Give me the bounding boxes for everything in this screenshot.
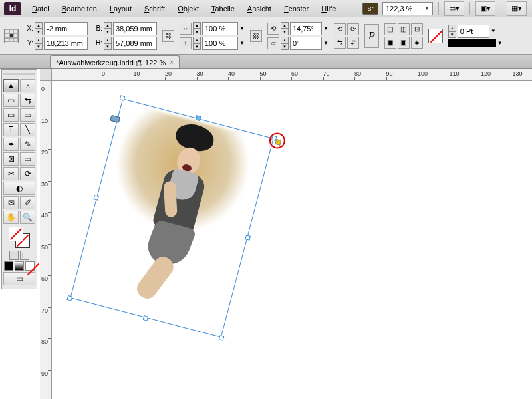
bridge-icon[interactable]: Br: [362, 3, 378, 15]
menu-object[interactable]: Objekt: [172, 2, 204, 15]
stroke-weight-field[interactable]: 0 Pt: [458, 25, 489, 38]
rotation-icon: ⟲: [267, 23, 279, 35]
rectangle-tool[interactable]: ▭: [20, 152, 35, 166]
document-tab-title: *Auswahlwerkzeug.indd @ 122 %: [56, 59, 166, 66]
rect-frame-tool[interactable]: ⊠: [3, 152, 19, 166]
w-stepper[interactable]: ▲▼: [104, 22, 112, 35]
gap-tool[interactable]: ⇆: [20, 94, 35, 107]
apply-color-icon[interactable]: [4, 261, 13, 271]
selection-tool[interactable]: ▲: [3, 79, 19, 92]
menu-window[interactable]: Fenster: [279, 2, 314, 15]
view-mode-tool[interactable]: ▭: [3, 272, 35, 285]
direct-selection-tool[interactable]: ▵: [20, 79, 35, 92]
rotation-stepper[interactable]: ▲▼: [281, 22, 289, 35]
y-field[interactable]: 18,213 mm: [44, 37, 88, 50]
hand-tool[interactable]: ✋: [3, 211, 19, 224]
flip-v-icon[interactable]: ⇵: [347, 37, 359, 49]
formatting-container-icon[interactable]: [9, 251, 19, 260]
h-stepper[interactable]: ▲▼: [104, 37, 112, 50]
page-tool[interactable]: ▭: [3, 94, 19, 107]
zoom-level-combo[interactable]: 122,3 % ▼: [382, 2, 433, 15]
shear-field[interactable]: 0°: [290, 37, 322, 50]
pen-tool[interactable]: ✒: [3, 138, 19, 151]
y-label: Y:: [24, 39, 33, 47]
scale-x-stepper[interactable]: ▲▼: [193, 22, 201, 35]
document-tab-strip: *Auswahlwerkzeug.indd @ 122 % ×: [0, 55, 532, 69]
menu-file[interactable]: Datei: [27, 2, 55, 15]
x-field[interactable]: -2 mm: [44, 22, 88, 35]
scale-y-icon: ↕: [180, 37, 192, 49]
menu-table[interactable]: Tabelle: [206, 2, 240, 15]
constrain-scale-icon[interactable]: ⛓: [250, 30, 262, 42]
content-placer-tool[interactable]: ▭: [20, 108, 35, 122]
stroke-style-combo[interactable]: [448, 39, 496, 47]
fill-none-swatch[interactable]: [428, 29, 443, 43]
panel-grip[interactable]: [3, 72, 35, 77]
rotation-field[interactable]: 14,75°: [290, 22, 322, 35]
stroke-stepper[interactable]: ▲▼: [448, 25, 456, 38]
fill-stroke-swatch[interactable]: [9, 227, 30, 248]
close-tab-icon[interactable]: ×: [170, 59, 174, 66]
app-logo-icon: Id: [4, 2, 21, 15]
document-tab[interactable]: *Auswahlwerkzeug.indd @ 122 % ×: [50, 55, 180, 68]
shear-icon: ▱: [267, 37, 279, 49]
menu-view[interactable]: Ansicht: [242, 2, 277, 15]
vertical-ruler[interactable]: 0102030405060708090: [40, 81, 52, 399]
document-area: 0102030405060708090100110120130140150 01…: [40, 69, 532, 399]
w-field[interactable]: 38,059 mm: [113, 22, 157, 35]
scale-x-field[interactable]: 100 %: [202, 22, 238, 35]
fit-frame-icon[interactable]: ◫: [398, 23, 410, 35]
zoom-tool[interactable]: 🔍: [20, 211, 35, 224]
h-field[interactable]: 57,089 mm: [113, 37, 157, 50]
select-container-icon[interactable]: P: [364, 24, 379, 48]
shear-stepper[interactable]: ▲▼: [281, 37, 289, 50]
note-tool[interactable]: ✉: [3, 196, 19, 209]
screen-mode-icon[interactable]: ▣▾: [475, 1, 495, 16]
x-stepper[interactable]: ▲▼: [35, 22, 43, 35]
horizontal-ruler[interactable]: 0102030405060708090100110120130140150: [52, 69, 532, 81]
fit-content-icon[interactable]: ◫: [384, 23, 396, 35]
x-label: X:: [24, 25, 33, 32]
zoom-value: 122,3 %: [386, 5, 412, 13]
menu-layout[interactable]: Layout: [104, 2, 137, 15]
scale-x-icon: ↔: [180, 23, 192, 35]
canvas[interactable]: [52, 81, 532, 399]
menu-help[interactable]: Hilfe: [316, 2, 341, 15]
menu-edit[interactable]: Bearbeiten: [57, 2, 102, 15]
view-options-icon[interactable]: ▭▾: [444, 1, 464, 16]
fit-prop-icon[interactable]: ▣: [398, 37, 410, 49]
scale-y-field[interactable]: 100 %: [202, 37, 238, 50]
eyedropper-tool[interactable]: ✐: [20, 196, 35, 209]
apply-none-icon[interactable]: [25, 261, 35, 271]
gradient-swatch-tool[interactable]: ◐: [3, 182, 35, 195]
fill-frame-icon[interactable]: ▣: [384, 37, 396, 49]
arrange-docs-icon[interactable]: ▦▾: [507, 1, 527, 16]
resize-handle-bl[interactable]: [67, 295, 73, 301]
pencil-tool[interactable]: ✎: [20, 138, 35, 151]
h-label: H:: [93, 39, 102, 47]
main-menu: Datei Bearbeiten Layout Schrift Objekt T…: [27, 2, 341, 15]
menu-type[interactable]: Schrift: [139, 2, 170, 15]
rotate-cw-icon[interactable]: ⟳: [347, 23, 359, 35]
rotate-ccw-icon[interactable]: ⟲: [334, 23, 346, 35]
type-tool[interactable]: T: [3, 123, 19, 136]
flip-h-icon[interactable]: ⇋: [334, 37, 346, 49]
scissors-tool[interactable]: ✂: [3, 167, 19, 180]
transform-tool[interactable]: ⟳: [20, 167, 35, 180]
constrain-wh-icon[interactable]: ⛓: [162, 30, 174, 42]
control-panel: X: ▲▼ -2 mm Y: ▲▼ 18,213 mm B: ▲▼ 38,059…: [0, 17, 532, 55]
line-tool[interactable]: ╲: [20, 123, 35, 136]
menu-bar: Id Datei Bearbeiten Layout Schrift Objek…: [0, 0, 532, 17]
dropdown-arrow-icon: ▼: [424, 5, 430, 11]
ruler-origin[interactable]: [40, 69, 52, 81]
tools-panel: ▲▵ ▭⇆ ▭▭ T╲ ✒✎ ⊠▭ ✂⟳ ◐ ✉✐ ✋🔍 T ▭: [1, 69, 37, 289]
apply-gradient-icon[interactable]: [15, 261, 24, 271]
formatting-text-icon[interactable]: T: [20, 251, 29, 260]
content-collector-tool[interactable]: ▭: [3, 108, 19, 122]
auto-fit-icon[interactable]: ◈: [411, 37, 423, 49]
w-label: B:: [93, 25, 102, 32]
reference-point-grid[interactable]: [4, 29, 19, 43]
y-stepper[interactable]: ▲▼: [35, 37, 43, 50]
center-content-icon[interactable]: ⊡: [411, 23, 423, 35]
scale-y-stepper[interactable]: ▲▼: [193, 37, 201, 50]
